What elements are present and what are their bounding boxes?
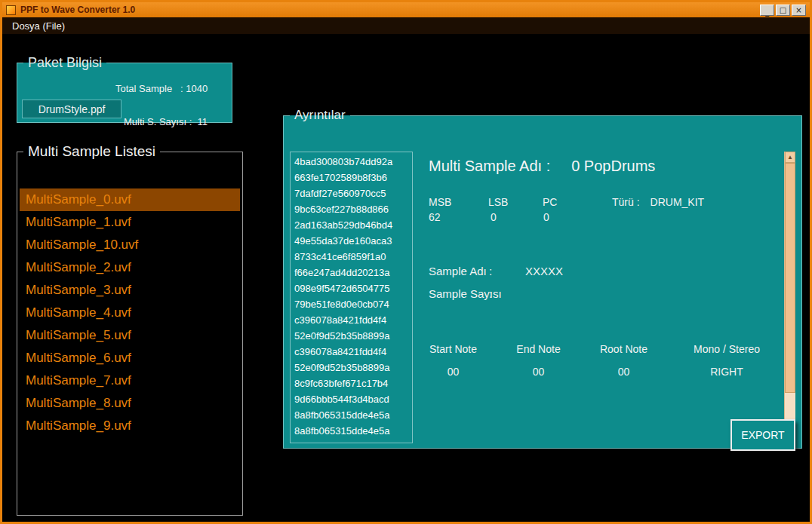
maximize-button[interactable]: □ bbox=[776, 5, 790, 16]
close-icon: × bbox=[795, 6, 801, 14]
note-column-value: 00 bbox=[411, 366, 496, 378]
hash-list-item[interactable]: 52e0f9d52b35b8899a bbox=[291, 360, 400, 375]
hash-list-item[interactable]: 8733c41ce6f859f1a0 bbox=[291, 249, 400, 265]
hash-list-item[interactable]: 8c9fc63bfef671c17b4 bbox=[291, 375, 400, 391]
sample-adi-label: Sample Adı bbox=[429, 265, 487, 277]
lsb-value: 0 bbox=[491, 211, 497, 223]
multi-sample-list-item[interactable]: MultiSample_6.uvf bbox=[20, 347, 240, 369]
multi-sample-name-row: Multi Sample Adı : 0 PopDrums bbox=[429, 158, 655, 175]
hash-list-item[interactable]: 8a8fb065315dde4e5a bbox=[291, 423, 400, 439]
note-column: Mono / Stereo RIGHT bbox=[666, 343, 787, 378]
details-title: Ayrıntılar bbox=[290, 108, 350, 123]
multi-sample-list-item[interactable]: MultiSample_0.uvf bbox=[20, 188, 240, 211]
multi-sample-count-label: Multi S. Sayısı : 11 bbox=[124, 116, 208, 127]
multi-sample-list: MultiSample_0.uvf MultiSample_1.uvf Mult… bbox=[20, 188, 240, 437]
export-button[interactable]: EXPORT bbox=[730, 419, 795, 451]
hash-list-item[interactable]: 9d66bbb544f3d4bacd bbox=[291, 391, 400, 407]
window-controls: _ □ × bbox=[760, 5, 806, 16]
multi-sample-list-item[interactable]: MultiSample_7.uvf bbox=[20, 369, 240, 392]
multi-sample-name-value: 0 PopDrums bbox=[571, 158, 655, 175]
hash-list-item[interactable]: 49e55da37de160aca3 bbox=[291, 233, 400, 249]
menu-dosya-file[interactable]: Dosya (File) bbox=[7, 19, 70, 33]
note-column-header: Start Note bbox=[411, 343, 496, 355]
multi-sample-name-label: Multi Sample Adı : bbox=[429, 158, 550, 175]
sample-adi-colon: : bbox=[489, 265, 492, 277]
turu-value: DRUM_KIT bbox=[651, 196, 705, 208]
titlebar: PPF to Wave Converter 1.0 _ □ × bbox=[2, 2, 810, 17]
hash-list-item[interactable]: 7dafdf27e560970cc5 bbox=[291, 185, 400, 201]
hash-list-item[interactable]: 8a8fb065315dde4e5a bbox=[291, 407, 400, 423]
multi-sample-list-group: Multi Sample Listesi MultiSample_0.uvf M… bbox=[17, 143, 243, 516]
note-column-header: End Note bbox=[496, 343, 581, 355]
msb-value: 62 bbox=[429, 211, 441, 223]
pc-label: PC bbox=[543, 196, 557, 208]
window-title: PPF to Wave Converter 1.0 bbox=[20, 5, 135, 15]
lsb-label: LSB bbox=[488, 196, 508, 208]
hash-list-scrollbar[interactable]: ▲ ▼ bbox=[784, 152, 795, 443]
sample-adi-value: XXXXX bbox=[525, 265, 563, 277]
note-column: Root Note 00 bbox=[581, 343, 666, 378]
sample-hash-list: 4bad300803b74dd92a 663fe1702589b8f3b6 7d… bbox=[290, 152, 413, 443]
multi-sample-list-item[interactable]: MultiSample_4.uvf bbox=[20, 302, 240, 324]
hash-list-item[interactable]: c396078a8421fdd4f4 bbox=[291, 312, 400, 328]
scroll-up-button[interactable]: ▲ bbox=[785, 152, 795, 163]
hash-list-item[interactable]: 2ad163ab529db46bd4 bbox=[291, 217, 400, 233]
multi-sample-list-item[interactable]: MultiSample_5.uvf bbox=[20, 324, 240, 347]
details-group: Ayrıntılar 4bad300803b74dd92a 663fe17025… bbox=[283, 108, 802, 449]
note-column-value: 00 bbox=[581, 366, 666, 378]
note-column-value: RIGHT bbox=[666, 366, 787, 378]
total-sample-label: Total Sample : 1040 bbox=[115, 83, 208, 94]
hash-list-item[interactable]: 098e9f5472d6504775 bbox=[291, 280, 400, 296]
paket-bilgisi-title: Paket Bilgisi bbox=[23, 55, 106, 71]
pc-value: 0 bbox=[543, 211, 549, 223]
multi-sample-list-item[interactable]: MultiSample_1.uvf bbox=[20, 211, 240, 234]
turu-row: Türü : DRUM_KIT bbox=[612, 196, 704, 208]
sample-sayisi-colon: : bbox=[489, 287, 492, 300]
multi-sample-list-item[interactable]: MultiSample_9.uvf bbox=[20, 415, 240, 437]
minimize-button[interactable]: _ bbox=[760, 5, 774, 16]
hash-list-item[interactable]: 663fe1702589b8f3b6 bbox=[291, 170, 400, 185]
close-button[interactable]: × bbox=[792, 5, 806, 16]
note-column-header: Mono / Stereo bbox=[666, 343, 787, 355]
multi-sample-list-item[interactable]: MultiSample_2.uvf bbox=[20, 256, 240, 279]
ppf-file-button[interactable]: DrumStyle.ppf bbox=[22, 100, 121, 118]
multi-sample-list-item[interactable]: MultiSample_8.uvf bbox=[20, 392, 240, 415]
minimize-icon: _ bbox=[765, 8, 769, 16]
hash-list-item[interactable]: f66e247ad4dd20213a bbox=[291, 265, 400, 280]
turu-label: Türü : bbox=[612, 196, 640, 208]
hash-list-item[interactable]: 9bc63cef227b88d866 bbox=[291, 201, 400, 217]
app-icon bbox=[6, 5, 16, 15]
hash-list-item[interactable]: 79be51fe8d0e0cb074 bbox=[291, 296, 400, 312]
app-window: PPF to Wave Converter 1.0 _ □ × Dosya (F… bbox=[0, 0, 812, 524]
note-column-value: 00 bbox=[496, 366, 581, 378]
maximize-icon: □ bbox=[780, 6, 786, 14]
paket-bilgisi-group: Paket Bilgisi Total Sample : 1040 DrumSt… bbox=[17, 55, 232, 123]
hash-list-item[interactable]: 52e0f9d52b35b8899a bbox=[291, 328, 400, 344]
note-columns: Start Note 00 End Note 00 Root Note 00 bbox=[411, 343, 787, 378]
note-column: End Note 00 bbox=[496, 343, 581, 378]
hash-list-item[interactable]: 4bad300803b74dd92a bbox=[291, 154, 400, 170]
multi-sample-list-item[interactable]: MultiSample_3.uvf bbox=[20, 279, 240, 302]
menubar: Dosya (File) bbox=[2, 17, 810, 34]
msb-label: MSB bbox=[429, 196, 451, 208]
hash-list-item[interactable]: c396078a8421fdd4f4 bbox=[291, 344, 400, 360]
note-column: Start Note 00 bbox=[411, 343, 496, 378]
scroll-up-icon: ▲ bbox=[787, 154, 793, 161]
multi-sample-list-item[interactable]: MultiSample_10.uvf bbox=[20, 234, 240, 256]
multi-sample-list-title: Multi Sample Listesi bbox=[23, 143, 160, 160]
note-column-header: Root Note bbox=[581, 343, 666, 355]
client-area: Paket Bilgisi Total Sample : 1040 DrumSt… bbox=[2, 34, 810, 522]
